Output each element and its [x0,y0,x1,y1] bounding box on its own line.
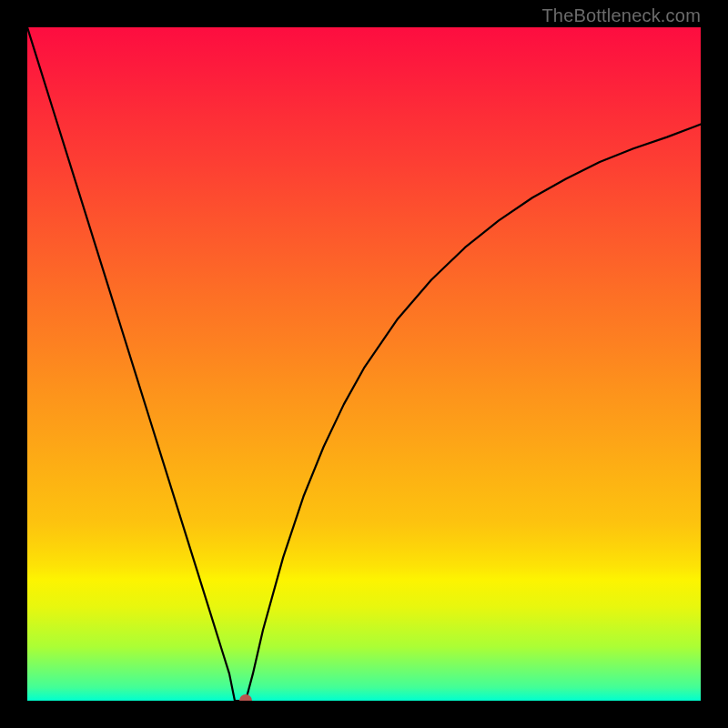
gradient-background [27,27,701,701]
chart-svg [27,27,701,701]
chart-frame: TheBottleneck.com [0,0,728,728]
watermark-text: TheBottleneck.com [541,5,701,26]
plot-area [27,27,701,701]
